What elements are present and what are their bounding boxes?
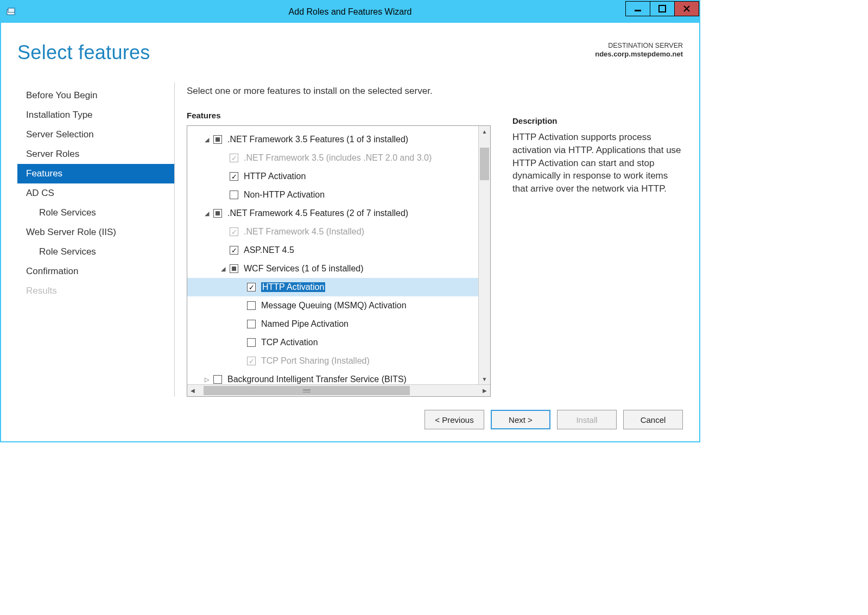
- sidebar-item[interactable]: Server Roles: [17, 144, 174, 164]
- chevron-right-icon[interactable]: ▷: [202, 375, 211, 384]
- scroll-up-icon[interactable]: ▲: [479, 126, 490, 137]
- checkbox: [230, 227, 238, 236]
- install-button: Install: [557, 410, 617, 429]
- window-buttons: [626, 1, 699, 16]
- expander-placeholder: [236, 301, 245, 310]
- vertical-scrollbar[interactable]: ▲ ▼: [478, 126, 490, 384]
- tree-item-label: WCF Services (1 of 5 installed): [244, 264, 364, 274]
- features-tree-body[interactable]: ◢.NET Framework 3.5 Features (1 of 3 ins…: [187, 126, 490, 384]
- chevron-down-icon[interactable]: ◢: [202, 135, 211, 144]
- expander-placeholder: [236, 320, 245, 328]
- tree-row[interactable]: TCP Port Sharing (Installed): [187, 352, 490, 370]
- page-title: Select features: [17, 41, 150, 64]
- tree-row[interactable]: ▷Background Intelligent Transfer Service…: [187, 370, 490, 384]
- checkbox[interactable]: [230, 264, 238, 273]
- checkbox: [247, 357, 256, 365]
- expander-placeholder: [219, 246, 227, 255]
- checkbox[interactable]: [247, 283, 256, 291]
- horizontal-scrollbar[interactable]: ◀ ▶: [187, 384, 490, 396]
- server-manager-icon: [7, 8, 16, 16]
- tree-item-label: TCP Activation: [261, 338, 318, 347]
- sidebar-item[interactable]: AD CS: [17, 183, 174, 203]
- tree-item-label: .NET Framework 4.5 Features (2 of 7 inst…: [227, 208, 408, 218]
- scroll-down-icon[interactable]: ▼: [479, 373, 490, 384]
- wizard-window: Add Roles and Features Wizard Select fea…: [0, 0, 700, 442]
- wizard-steps-sidebar: Before You BeginInstallation TypeServer …: [17, 83, 175, 397]
- expander-placeholder: [219, 191, 227, 199]
- tree-item-label: .NET Framework 3.5 (includes .NET 2.0 an…: [244, 153, 432, 163]
- sidebar-item[interactable]: Role Services: [17, 242, 174, 262]
- next-button[interactable]: Next >: [491, 410, 550, 429]
- titlebar[interactable]: Add Roles and Features Wizard: [1, 1, 699, 23]
- features-tree: ◢.NET Framework 3.5 Features (1 of 3 ins…: [187, 125, 491, 397]
- checkbox[interactable]: [213, 375, 222, 384]
- horizontal-scroll-thumb[interactable]: [204, 386, 410, 395]
- sidebar-item[interactable]: Features: [17, 164, 174, 183]
- tree-item-label: .NET Framework 4.5 (Installed): [244, 227, 364, 237]
- expander-placeholder: [219, 172, 227, 181]
- scroll-left-icon[interactable]: ◀: [187, 385, 198, 396]
- checkbox[interactable]: [247, 338, 256, 347]
- expander-placeholder: [219, 227, 227, 236]
- tree-row[interactable]: ◢.NET Framework 3.5 Features (1 of 3 ins…: [187, 130, 490, 149]
- checkbox: [230, 154, 238, 162]
- sidebar-item[interactable]: Before You Begin: [17, 86, 174, 105]
- tree-item-label: Non-HTTP Activation: [244, 190, 325, 200]
- intro-text: Select one or more features to install o…: [187, 83, 491, 97]
- cancel-button[interactable]: Cancel: [623, 410, 683, 429]
- chevron-down-icon[interactable]: ◢: [219, 264, 227, 273]
- minimize-button[interactable]: [625, 1, 650, 16]
- expander-placeholder: [236, 283, 245, 291]
- destination-server-block: DESTINATION SERVER ndes.corp.mstepdemo.n…: [595, 41, 683, 64]
- destination-server-name: ndes.corp.mstepdemo.net: [595, 50, 683, 59]
- tree-row[interactable]: .NET Framework 3.5 (includes .NET 2.0 an…: [187, 149, 490, 167]
- maximize-button[interactable]: [650, 1, 675, 16]
- description-text: HTTP Activation supports process activat…: [512, 131, 683, 195]
- tree-row[interactable]: Named Pipe Activation: [187, 315, 490, 333]
- features-heading: Features: [187, 111, 491, 120]
- tree-item-label: Background Intelligent Transfer Service …: [227, 375, 407, 384]
- checkbox[interactable]: [230, 191, 238, 199]
- tree-row[interactable]: TCP Activation: [187, 333, 490, 352]
- sidebar-item[interactable]: Server Selection: [17, 125, 174, 144]
- svg-rect-2: [635, 10, 641, 11]
- tree-row[interactable]: HTTP Activation: [187, 167, 490, 186]
- tree-row[interactable]: Message Queuing (MSMQ) Activation: [187, 296, 490, 315]
- tree-row[interactable]: HTTP Activation: [187, 278, 490, 296]
- expander-placeholder: [236, 338, 245, 347]
- close-button[interactable]: [674, 1, 699, 16]
- tree-item-label: ASP.NET 4.5: [244, 245, 294, 255]
- tree-item-label: Message Queuing (MSMQ) Activation: [261, 301, 407, 310]
- checkbox[interactable]: [213, 135, 222, 144]
- destination-server-label: DESTINATION SERVER: [595, 41, 683, 50]
- tree-row[interactable]: .NET Framework 4.5 (Installed): [187, 223, 490, 241]
- checkbox[interactable]: [247, 320, 256, 328]
- previous-button[interactable]: < Previous: [425, 410, 484, 429]
- tree-item-label: .NET Framework 3.5 Features (1 of 3 inst…: [227, 135, 408, 144]
- wizard-button-row: < Previous Next > Install Cancel: [1, 397, 699, 441]
- vertical-scroll-thumb[interactable]: [480, 148, 489, 180]
- sidebar-item[interactable]: Installation Type: [17, 105, 174, 125]
- chevron-down-icon[interactable]: ◢: [202, 209, 211, 218]
- sidebar-item[interactable]: Role Services: [17, 203, 174, 223]
- tree-row[interactable]: Non-HTTP Activation: [187, 186, 490, 204]
- window-title: Add Roles and Features Wizard: [1, 7, 699, 17]
- tree-item-label: HTTP Activation: [244, 172, 306, 181]
- sidebar-item[interactable]: Web Server Role (IIS): [17, 223, 174, 242]
- tree-row[interactable]: ◢.NET Framework 4.5 Features (2 of 7 ins…: [187, 204, 490, 223]
- checkbox[interactable]: [247, 301, 256, 310]
- tree-row[interactable]: ASP.NET 4.5: [187, 241, 490, 259]
- description-heading: Description: [512, 116, 683, 125]
- sidebar-item[interactable]: Confirmation: [17, 262, 174, 281]
- checkbox[interactable]: [230, 172, 238, 181]
- svg-rect-3: [659, 5, 666, 12]
- tree-item-label: Named Pipe Activation: [261, 319, 349, 329]
- checkbox[interactable]: [213, 209, 222, 218]
- expander-placeholder: [219, 154, 227, 162]
- tree-row[interactable]: ◢WCF Services (1 of 5 installed): [187, 259, 490, 278]
- sidebar-item: Results: [17, 281, 174, 301]
- checkbox[interactable]: [230, 246, 238, 255]
- svg-rect-1: [8, 8, 15, 12]
- scroll-right-icon[interactable]: ▶: [479, 385, 490, 396]
- tree-item-label: HTTP Activation: [261, 282, 325, 292]
